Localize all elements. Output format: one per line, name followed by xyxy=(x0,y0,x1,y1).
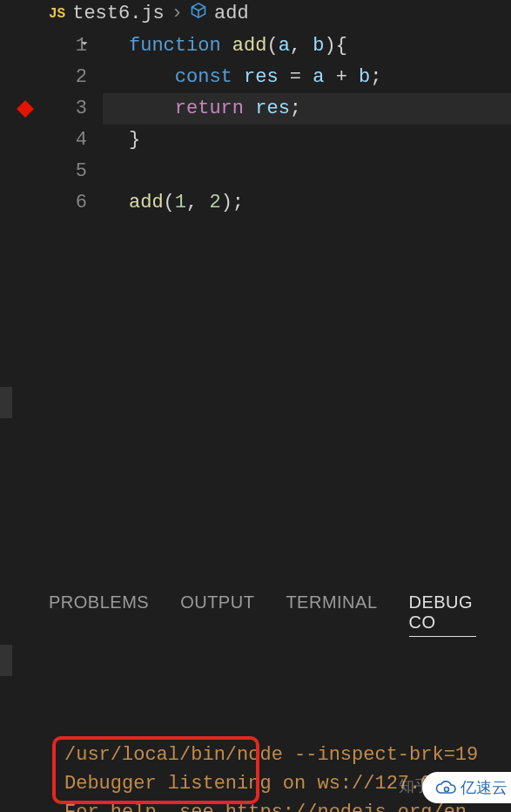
code-line[interactable] xyxy=(103,156,511,187)
code-line[interactable]: function add(a, b){ xyxy=(103,30,511,62)
breadcrumb-separator: › xyxy=(171,3,183,24)
tab-problems[interactable]: PROBLEMS xyxy=(49,592,149,637)
breadcrumb-file[interactable]: test6.js xyxy=(72,3,165,24)
panel-tabs: PROBLEMSOUTPUTTERMINALDEBUG CO xyxy=(14,585,511,647)
watermark-logo: 亿速云 xyxy=(422,772,511,803)
breakpoint-icon[interactable] xyxy=(17,100,34,118)
line-number[interactable]: 2 xyxy=(0,62,87,93)
svg-point-0 xyxy=(445,788,449,792)
code-line[interactable]: } xyxy=(103,125,511,156)
watermark-logo-text: 亿速云 xyxy=(461,777,508,798)
line-number[interactable]: 1 xyxy=(0,30,87,62)
console-line: /usr/local/bin/node --inspect-brk=19 xyxy=(64,741,494,769)
chevron-down-icon[interactable] xyxy=(78,30,91,62)
tab-output[interactable]: OUTPUT xyxy=(180,592,254,637)
code-line[interactable]: return res; xyxy=(103,93,511,125)
code-line[interactable]: add(1, 2); xyxy=(103,187,511,219)
line-number[interactable]: 5 xyxy=(0,156,87,187)
code-content[interactable]: function add(a, b){ const res = a + b; r… xyxy=(103,30,511,219)
symbol-method-icon xyxy=(190,2,207,25)
breadcrumb: JS test6.js › add xyxy=(0,0,511,30)
line-number[interactable]: 3 xyxy=(0,93,87,125)
tab-terminal[interactable]: TERMINAL xyxy=(286,592,377,637)
js-file-icon: JS xyxy=(49,6,65,22)
line-gutter: 123456 xyxy=(0,30,103,219)
breadcrumb-symbol[interactable]: add xyxy=(214,3,249,24)
tab-debug-co[interactable]: DEBUG CO xyxy=(409,592,477,637)
line-number[interactable]: 6 xyxy=(0,187,87,219)
line-number[interactable]: 4 xyxy=(0,125,87,156)
cloud-icon xyxy=(434,780,457,795)
code-editor[interactable]: 123456 function add(a, b){ const res = a… xyxy=(0,30,511,219)
code-line[interactable]: const res = a + b; xyxy=(103,62,511,93)
